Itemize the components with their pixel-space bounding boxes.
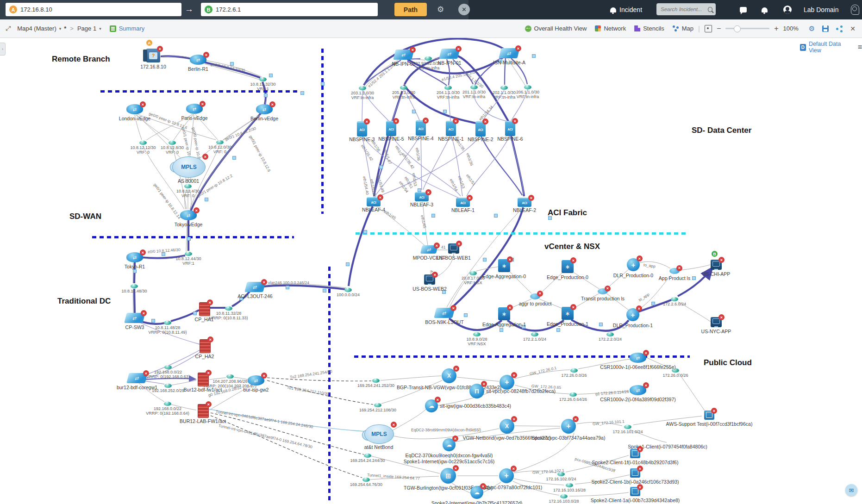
save-icon[interactable]: [822, 25, 829, 32]
notifications-button[interactable]: [762, 0, 768, 19]
device-edge-production-0[interactable]: ∗×Edge_Production-0: [562, 260, 574, 273]
device-bgp-transit-nb-vgw[interactable]: X×BGP-Transit-NB-VGW(vgw-01fc88164f72433…: [442, 368, 456, 383]
network-node[interactable]: [531, 332, 538, 336]
device-nbspine-1[interactable]: ACI×NBSPINE-1: [446, 121, 456, 136]
zoom-slider-handle[interactable]: [734, 25, 741, 32]
selection-square[interactable]: [443, 110, 447, 113]
network-node[interactable]: [566, 483, 573, 487]
selection-square[interactable]: [321, 82, 325, 86]
network-node[interactable]: [184, 184, 192, 188]
network-node[interactable]: [131, 284, 138, 288]
selection-square[interactable]: [286, 286, 289, 289]
network-node[interactable]: [470, 85, 478, 89]
network-node[interactable]: [400, 86, 407, 90]
device-london-vedge[interactable]: ⇄×London-vEdge: [126, 104, 143, 114]
device-edge-aggregation-0[interactable]: ∗×Edge-Aggregation-0: [498, 259, 510, 272]
network-node[interactable]: [570, 368, 578, 373]
selection-square[interactable]: [187, 237, 191, 241]
device-tgw-burlington[interactable]: ⊞×TGW-Burlington(tgw-0cf091f03edf1434b): [440, 468, 456, 484]
network-node[interactable]: [444, 86, 452, 90]
device-nbspine-4[interactable]: ACI×NBSPINE-4: [416, 120, 426, 136]
device-tokyo-r1[interactable]: ⇄×Tokyo-R1: [126, 252, 143, 262]
device-bur-isp-gw2[interactable]: ⇄×bur-isp-gw2: [248, 375, 264, 386]
selection-square[interactable]: [323, 289, 326, 292]
network-node[interactable]: [569, 392, 577, 397]
device-dlr-production-1[interactable]: +×DLR_Production-1: [626, 308, 639, 321]
stencils-button[interactable]: Stencils: [634, 25, 664, 32]
network-node[interactable]: [259, 77, 267, 81]
selection-square[interactable]: [205, 198, 208, 201]
incident-search[interactable]: [656, 3, 716, 15]
device-transit-production-ls[interactable]: ×Transit production ls: [598, 288, 608, 294]
device-vgw-netbond[interactable]: X×VGW-Netbond(vgw-0ed7b3566fcdcc27c): [500, 419, 514, 434]
selection-square[interactable]: [232, 156, 236, 160]
selection-square[interactable]: [193, 311, 197, 315]
network-node[interactable]: [169, 141, 176, 145]
ai-assistant-button[interactable]: [851, 0, 859, 19]
network-node[interactable]: [364, 454, 371, 458]
network-node[interactable]: [372, 379, 380, 383]
device-mpls-cloud[interactable]: MPLS×AS 80001: [172, 156, 206, 178]
device-nbleaf-4[interactable]: ACI×NBLEAF-4: [367, 197, 381, 206]
selection-square[interactable]: [548, 216, 552, 220]
device-spoke2-client-1f[interactable]: ×Spoke2-Client-1f(i-01c48b4b29207d3f6): [630, 449, 640, 458]
domain-selector[interactable]: Lab Domain: [804, 0, 839, 19]
selection-square[interactable]: [494, 214, 498, 218]
network-node[interactable]: [560, 494, 568, 498]
device-bur12-bdf-fw1[interactable]: ×Bur12-bdf-fw1/act: [198, 373, 209, 386]
device-bur12-bdf-coregw1[interactable]: ⇄×bur12-bdf-coregw1: [128, 373, 146, 383]
device-app-product-ls[interactable]: ×App Product ls: [669, 268, 680, 274]
device-host-172-16-8-10[interactable]: ?A×172.16.8.10: [146, 49, 160, 62]
device-mpod-vcent[interactable]: ⇄×MPOD-VCENT: [421, 245, 437, 254]
device-spoke1-internet[interactable]: ☁×EqDC2-370kou9loeqh0(dxcon-fgw4va5l)Spo…: [443, 438, 456, 451]
device-paris-vedge[interactable]: ⇄×Paris-vEdge: [186, 104, 203, 114]
endpoint-b-input[interactable]: B 172.2.6.1: [201, 3, 378, 16]
device-nbspine-5[interactable]: ACI×NBSPINE-5: [386, 121, 396, 136]
device-cp-sw3[interactable]: ⇄×CP-SW3: [125, 313, 144, 323]
selection-square[interactable]: [300, 91, 304, 95]
network-node[interactable]: [164, 402, 171, 406]
close-map-icon[interactable]: ✕: [850, 25, 856, 32]
device-sit-vpc[interactable]: Π×sit-vpc(vpc-08248fb7d26b2feca): [469, 384, 484, 398]
network-node[interactable]: [606, 332, 614, 336]
device-us-bos-web2[interactable]: ×US-BOS-WEB2: [424, 274, 435, 285]
device-cp-ha1[interactable]: ×CP_HA1: [199, 302, 210, 316]
network-node[interactable]: [524, 85, 531, 89]
network-node[interactable]: [216, 140, 224, 144]
device-csr1000v-2[interactable]: ⇄×CSR1000v-2(i-0f4a389f09d02f397): [630, 385, 646, 395]
device-cp-ha2[interactable]: ×CP_HA2: [200, 339, 211, 353]
close-path-search-icon[interactable]: ✕: [458, 4, 470, 15]
network-node[interactable]: [374, 403, 381, 407]
selection-square[interactable]: [151, 319, 155, 323]
expand-button[interactable]: ⤢: [6, 25, 11, 32]
device-tokyo-vedge[interactable]: ⇄×Tokyo-vEdge: [180, 210, 197, 220]
device-spoke2-client-1a[interactable]: ×Spoke2-Client-1a(i-00b7c339d4342abe8): [630, 487, 640, 496]
device-nb-ipn-01[interactable]: ⇄×NB-IPN-01: [440, 49, 459, 59]
device-us-nyc-app[interactable]: ×US-NYC-APP: [711, 317, 722, 327]
selection-square[interactable]: [346, 262, 350, 266]
selection-square[interactable]: [418, 188, 421, 192]
device-us-bos-web1[interactable]: ×US-BOS-WEB1: [448, 243, 459, 254]
device-aci-l3out-246[interactable]: ⇄×ACI-L3OUT-246: [246, 282, 264, 292]
chat-button[interactable]: [740, 0, 747, 19]
device-berlin-vedge[interactable]: ⇄×Berlin-vEdge: [256, 104, 273, 114]
support-bubble-icon[interactable]: ✉: [845, 484, 857, 496]
selection-square[interactable]: [651, 302, 655, 305]
selection-square[interactable]: [483, 258, 487, 261]
device-nbspine-6[interactable]: ACI×NBSPINE-6: [505, 121, 515, 136]
data-view-selector[interactable]: D Default Data View ≡: [800, 41, 862, 54]
device-spoke2[interactable]: +×Spoke2(vpc-0797a80cf72fdc101): [499, 468, 514, 483]
device-nbspine-2[interactable]: ACI×NBSPINE-2: [475, 121, 486, 137]
network-node[interactable]: [624, 425, 631, 429]
overall-health-view-button[interactable]: Overall Health View: [525, 25, 587, 32]
device-transit-vpc-router[interactable]: +×: [500, 375, 514, 390]
device-nbleaf-1[interactable]: ACI×NBLEAF-1: [456, 198, 470, 207]
selection-square[interactable]: [379, 165, 383, 169]
selection-square[interactable]: [162, 252, 165, 256]
network-node[interactable]: [671, 297, 678, 301]
network-node[interactable]: [344, 288, 352, 292]
selection-square[interactable]: [412, 110, 416, 113]
network-node[interactable]: [164, 384, 172, 388]
device-edge-production-1[interactable]: ∗×Edge_Production-1: [562, 307, 574, 320]
device-nbleaf-2[interactable]: ACI×NBLEAF-2: [518, 198, 531, 207]
